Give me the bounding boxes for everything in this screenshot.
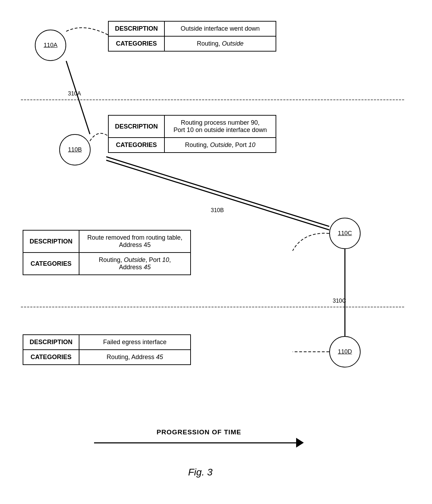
divider-1 — [21, 99, 404, 100]
table-c-cat-label: CATEGORIES — [23, 253, 79, 275]
table-b-cat-label: CATEGORIES — [108, 138, 164, 153]
svg-line-1 — [106, 157, 329, 226]
table-d: DESCRIPTION Failed egress interface CATE… — [23, 334, 191, 365]
table-a-cat-value: Routing, Outside — [164, 36, 276, 51]
table-c: DESCRIPTION Route removed from routing t… — [23, 230, 191, 275]
table-a-desc-label: DESCRIPTION — [108, 21, 164, 36]
table-b-cat-value: Routing, Outside, Port 10 — [164, 138, 276, 153]
table-b-desc-value: Routing process number 90,Port 10 on out… — [164, 115, 276, 138]
time-arrow-container: PROGRESSION OF TIME — [94, 428, 304, 448]
diagram-container: 110A 110B 110C 110D 310A 310B 310C DESCR… — [0, 0, 432, 504]
svg-line-2 — [106, 160, 329, 230]
divider-2 — [21, 307, 404, 308]
table-c-desc-value: Route removed from routing table,Address… — [79, 230, 191, 253]
label-310a: 310A — [68, 91, 81, 97]
node-110d: 110D — [329, 336, 361, 367]
svg-line-0 — [66, 61, 90, 134]
table-d-desc-label: DESCRIPTION — [23, 335, 79, 350]
table-a-cat-label: CATEGORIES — [108, 36, 164, 51]
table-a-desc-value: Outside interface went down — [164, 21, 276, 36]
table-c-cat-value: Routing, Outside, Port 10,Address 45 — [79, 253, 191, 275]
time-label: PROGRESSION OF TIME — [157, 428, 241, 436]
table-d-cat-label: CATEGORIES — [23, 350, 79, 365]
node-110a: 110A — [35, 30, 66, 61]
figure-label: Fig. 3 — [188, 467, 213, 478]
label-310c: 310C — [333, 298, 346, 304]
node-110c: 110C — [329, 218, 361, 249]
table-a: DESCRIPTION Outside interface went down … — [108, 21, 276, 52]
table-d-cat-value: Routing, Address 45 — [79, 350, 191, 365]
label-310b: 310B — [211, 207, 224, 214]
time-arrow — [94, 438, 304, 448]
table-d-desc-value: Failed egress interface — [79, 335, 191, 350]
table-c-desc-label: DESCRIPTION — [23, 230, 79, 253]
node-110b: 110B — [59, 134, 91, 165]
table-b-desc-label: DESCRIPTION — [108, 115, 164, 138]
table-b: DESCRIPTION Routing process number 90,Po… — [108, 115, 276, 153]
